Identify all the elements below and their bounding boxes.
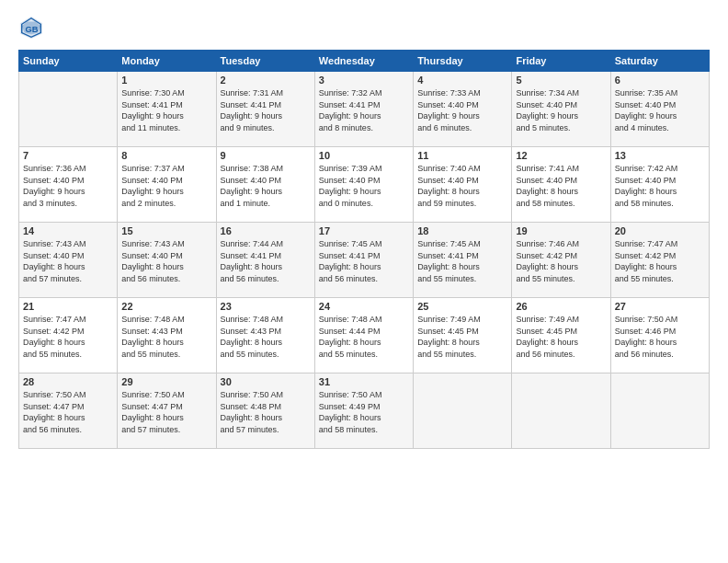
- calendar-cell: [512, 373, 610, 449]
- calendar-row: 21Sunrise: 7:47 AM Sunset: 4:42 PM Dayli…: [19, 298, 710, 373]
- calendar-cell: 18Sunrise: 7:45 AM Sunset: 4:41 PM Dayli…: [414, 223, 512, 298]
- calendar-cell: 8Sunrise: 7:37 AM Sunset: 4:40 PM Daylig…: [118, 147, 216, 223]
- day-number: 4: [417, 75, 507, 86]
- day-number: 25: [417, 301, 507, 312]
- calendar-cell: 5Sunrise: 7:34 AM Sunset: 4:40 PM Daylig…: [512, 72, 610, 147]
- day-info: Sunrise: 7:30 AM Sunset: 4:41 PM Dayligh…: [121, 87, 211, 133]
- calendar-cell: 17Sunrise: 7:45 AM Sunset: 4:41 PM Dayli…: [314, 223, 413, 298]
- day-info: Sunrise: 7:32 AM Sunset: 4:41 PM Dayligh…: [319, 87, 409, 133]
- calendar-cell: 28Sunrise: 7:50 AM Sunset: 4:47 PM Dayli…: [19, 373, 118, 449]
- calendar-cell: 10Sunrise: 7:39 AM Sunset: 4:40 PM Dayli…: [314, 147, 413, 223]
- calendar-cell: [414, 373, 512, 449]
- calendar-cell: 22Sunrise: 7:48 AM Sunset: 4:43 PM Dayli…: [118, 298, 216, 373]
- logo: GB: [18, 15, 48, 40]
- day-info: Sunrise: 7:47 AM Sunset: 4:42 PM Dayligh…: [23, 314, 113, 360]
- calendar-cell: 19Sunrise: 7:46 AM Sunset: 4:42 PM Dayli…: [512, 223, 610, 298]
- day-number: 28: [23, 376, 113, 387]
- day-info: Sunrise: 7:43 AM Sunset: 4:40 PM Dayligh…: [121, 238, 211, 284]
- calendar-cell: 23Sunrise: 7:48 AM Sunset: 4:43 PM Dayli…: [216, 298, 314, 373]
- day-info: Sunrise: 7:36 AM Sunset: 4:40 PM Dayligh…: [23, 163, 113, 209]
- day-number: 5: [516, 75, 606, 86]
- day-number: 14: [23, 225, 113, 236]
- col-header-tuesday: Tuesday: [216, 51, 314, 72]
- header: GB: [18, 15, 710, 40]
- day-info: Sunrise: 7:37 AM Sunset: 4:40 PM Dayligh…: [121, 163, 211, 209]
- day-info: Sunrise: 7:48 AM Sunset: 4:44 PM Dayligh…: [319, 314, 409, 360]
- day-number: 22: [121, 301, 211, 312]
- calendar-cell: [19, 72, 118, 147]
- day-number: 17: [319, 225, 409, 236]
- calendar-cell: 24Sunrise: 7:48 AM Sunset: 4:44 PM Dayli…: [314, 298, 413, 373]
- col-header-wednesday: Wednesday: [314, 51, 413, 72]
- day-info: Sunrise: 7:47 AM Sunset: 4:42 PM Dayligh…: [615, 238, 705, 284]
- day-number: 2: [221, 75, 311, 86]
- day-number: 31: [319, 376, 409, 387]
- day-info: Sunrise: 7:49 AM Sunset: 4:45 PM Dayligh…: [417, 314, 507, 360]
- day-number: 27: [615, 301, 705, 312]
- calendar-cell: 20Sunrise: 7:47 AM Sunset: 4:42 PM Dayli…: [610, 223, 709, 298]
- col-header-sunday: Sunday: [19, 51, 118, 72]
- day-info: Sunrise: 7:46 AM Sunset: 4:42 PM Dayligh…: [516, 238, 606, 284]
- calendar-row: 1Sunrise: 7:30 AM Sunset: 4:41 PM Daylig…: [19, 72, 710, 147]
- calendar-cell: 13Sunrise: 7:42 AM Sunset: 4:40 PM Dayli…: [610, 147, 709, 223]
- col-header-monday: Monday: [118, 51, 216, 72]
- calendar-cell: 21Sunrise: 7:47 AM Sunset: 4:42 PM Dayli…: [19, 298, 118, 373]
- day-info: Sunrise: 7:48 AM Sunset: 4:43 PM Dayligh…: [221, 314, 311, 360]
- calendar-cell: 26Sunrise: 7:49 AM Sunset: 4:45 PM Dayli…: [512, 298, 610, 373]
- calendar-cell: 31Sunrise: 7:50 AM Sunset: 4:49 PM Dayli…: [314, 373, 413, 449]
- day-info: Sunrise: 7:33 AM Sunset: 4:40 PM Dayligh…: [417, 87, 507, 133]
- calendar-cell: 9Sunrise: 7:38 AM Sunset: 4:40 PM Daylig…: [216, 147, 314, 223]
- logo-icon: GB: [18, 15, 44, 40]
- day-number: 29: [121, 376, 211, 387]
- calendar-cell: 14Sunrise: 7:43 AM Sunset: 4:40 PM Dayli…: [19, 223, 118, 298]
- day-info: Sunrise: 7:41 AM Sunset: 4:40 PM Dayligh…: [516, 163, 606, 209]
- calendar-cell: 27Sunrise: 7:50 AM Sunset: 4:46 PM Dayli…: [610, 298, 709, 373]
- day-number: 1: [121, 75, 211, 86]
- day-number: 26: [516, 301, 606, 312]
- calendar-cell: 6Sunrise: 7:35 AM Sunset: 4:40 PM Daylig…: [610, 72, 709, 147]
- calendar-table: SundayMondayTuesdayWednesdayThursdayFrid…: [18, 50, 710, 449]
- day-number: 6: [615, 75, 705, 86]
- day-info: Sunrise: 7:31 AM Sunset: 4:41 PM Dayligh…: [221, 87, 311, 133]
- calendar-row: 28Sunrise: 7:50 AM Sunset: 4:47 PM Dayli…: [19, 373, 710, 449]
- day-number: 20: [615, 225, 705, 236]
- calendar-cell: 4Sunrise: 7:33 AM Sunset: 4:40 PM Daylig…: [414, 72, 512, 147]
- day-number: 23: [221, 301, 311, 312]
- day-info: Sunrise: 7:34 AM Sunset: 4:40 PM Dayligh…: [516, 87, 606, 133]
- day-number: 16: [221, 225, 311, 236]
- day-info: Sunrise: 7:42 AM Sunset: 4:40 PM Dayligh…: [615, 163, 705, 209]
- col-header-thursday: Thursday: [414, 51, 512, 72]
- calendar-cell: 2Sunrise: 7:31 AM Sunset: 4:41 PM Daylig…: [216, 72, 314, 147]
- day-info: Sunrise: 7:43 AM Sunset: 4:40 PM Dayligh…: [23, 238, 113, 284]
- day-info: Sunrise: 7:38 AM Sunset: 4:40 PM Dayligh…: [221, 163, 311, 209]
- day-number: 13: [615, 150, 705, 161]
- day-info: Sunrise: 7:45 AM Sunset: 4:41 PM Dayligh…: [417, 238, 507, 284]
- calendar-cell: [610, 373, 709, 449]
- calendar-cell: 15Sunrise: 7:43 AM Sunset: 4:40 PM Dayli…: [118, 223, 216, 298]
- calendar-cell: 12Sunrise: 7:41 AM Sunset: 4:40 PM Dayli…: [512, 147, 610, 223]
- day-number: 8: [121, 150, 211, 161]
- day-info: Sunrise: 7:39 AM Sunset: 4:40 PM Dayligh…: [319, 163, 409, 209]
- day-number: 3: [319, 75, 409, 86]
- calendar-cell: 1Sunrise: 7:30 AM Sunset: 4:41 PM Daylig…: [118, 72, 216, 147]
- day-info: Sunrise: 7:49 AM Sunset: 4:45 PM Dayligh…: [516, 314, 606, 360]
- col-header-friday: Friday: [512, 51, 610, 72]
- day-number: 24: [319, 301, 409, 312]
- day-number: 30: [221, 376, 311, 387]
- calendar-cell: 7Sunrise: 7:36 AM Sunset: 4:40 PM Daylig…: [19, 147, 118, 223]
- svg-text:GB: GB: [25, 25, 38, 34]
- day-info: Sunrise: 7:48 AM Sunset: 4:43 PM Dayligh…: [121, 314, 211, 360]
- day-number: 18: [417, 225, 507, 236]
- page: GB SundayMondayTuesdayWednesdayThursdayF…: [0, 0, 728, 563]
- calendar-row: 7Sunrise: 7:36 AM Sunset: 4:40 PM Daylig…: [19, 147, 710, 223]
- day-info: Sunrise: 7:50 AM Sunset: 4:46 PM Dayligh…: [615, 314, 705, 360]
- day-number: 10: [319, 150, 409, 161]
- header-row: SundayMondayTuesdayWednesdayThursdayFrid…: [19, 51, 710, 72]
- day-info: Sunrise: 7:50 AM Sunset: 4:48 PM Dayligh…: [221, 389, 311, 435]
- day-number: 7: [23, 150, 113, 161]
- calendar-cell: 3Sunrise: 7:32 AM Sunset: 4:41 PM Daylig…: [314, 72, 413, 147]
- calendar-cell: 29Sunrise: 7:50 AM Sunset: 4:47 PM Dayli…: [118, 373, 216, 449]
- day-number: 11: [417, 150, 507, 161]
- day-info: Sunrise: 7:44 AM Sunset: 4:41 PM Dayligh…: [221, 238, 311, 284]
- day-number: 19: [516, 225, 606, 236]
